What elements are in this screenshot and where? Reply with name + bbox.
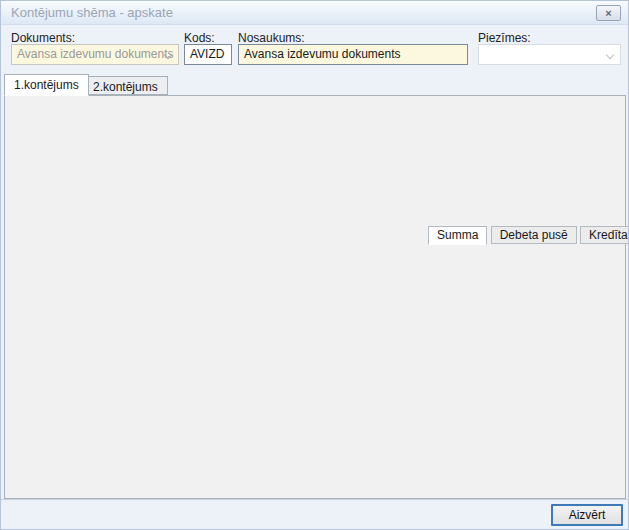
dialog-kontejumu-shema: Kontējumu shēma - apskate × Dokuments: A… — [0, 0, 629, 530]
nosaukums-input[interactable]: Avansa izdevumu dokuments — [238, 44, 468, 65]
kods-label: Kods: — [184, 31, 215, 45]
piezimes-combo — [478, 44, 621, 65]
nosaukums-label: Nosaukums: — [238, 31, 305, 45]
tab-1-kontejums[interactable]: 1.kontējums — [4, 74, 89, 96]
chevron-down-icon — [606, 51, 614, 59]
dokuments-value: Avansa izdevumu dokuments — [17, 47, 174, 61]
tab-debeta-puse[interactable]: Debeta pusē — [491, 226, 577, 244]
close-icon[interactable]: × — [596, 5, 621, 21]
aizvert-button[interactable]: Aizvērt — [551, 504, 623, 526]
tab-2-kontejums[interactable]: 2.kontējums — [83, 76, 168, 95]
title-bar: Kontējumu shēma - apskate × — [1, 1, 628, 25]
tab-summa[interactable]: Summa — [428, 226, 487, 245]
window-title: Kontējumu shēma - apskate — [11, 5, 173, 20]
tab-page-1 — [4, 95, 626, 499]
dokuments-label: Dokuments: — [11, 31, 75, 45]
tab-kredita-puse[interactable]: Kredīta pusē — [580, 226, 629, 244]
dokuments-combo: Avansa izdevumu dokuments — [11, 44, 179, 65]
piezimes-label: Piezīmes: — [478, 31, 531, 45]
kods-input[interactable]: AVIZD — [184, 44, 232, 65]
footer — [1, 500, 628, 530]
summa-tab-strip: Summa Debeta pusē Kredīta pusē — [428, 226, 629, 245]
